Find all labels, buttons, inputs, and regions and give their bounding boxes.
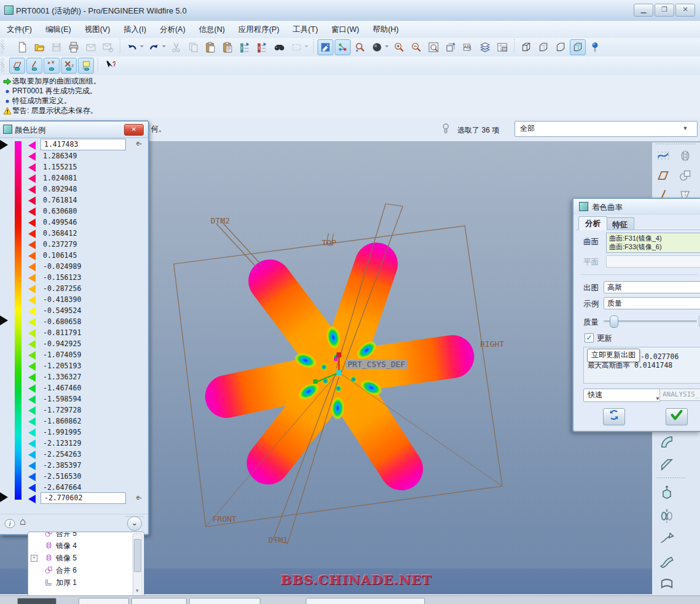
- scale-marker-icon[interactable]: [28, 241, 36, 249]
- scale-marker-icon[interactable]: [28, 340, 36, 349]
- undo-icon[interactable]: [124, 39, 140, 55]
- scale-marker-icon[interactable]: [28, 163, 36, 172]
- scale-marker-icon[interactable]: [28, 174, 36, 183]
- ok-button[interactable]: [666, 408, 688, 425]
- scale-marker-icon[interactable]: [28, 219, 36, 227]
- scale-marker-icon[interactable]: [28, 462, 36, 470]
- cut-icon[interactable]: [168, 39, 184, 55]
- tab-analysis[interactable]: 分析: [578, 216, 607, 230]
- tree-scrollbar[interactable]: ▼: [133, 533, 142, 596]
- close-button[interactable]: ✕: [675, 4, 695, 17]
- scale-marker-icon[interactable]: [28, 318, 36, 327]
- scale-marker-icon[interactable]: [28, 351, 36, 360]
- scale-marker-icon[interactable]: [28, 141, 36, 150]
- sample-field[interactable]: 质量: [604, 297, 700, 309]
- datum-label-front[interactable]: FRONT: [212, 514, 236, 524]
- expand-icon[interactable]: +: [31, 555, 37, 562]
- scale-marker-icon[interactable]: [28, 196, 36, 205]
- tree-item[interactable]: 加厚 1: [28, 576, 144, 589]
- taskbar-box[interactable]: [17, 598, 56, 604]
- drawing-icon[interactable]: [494, 39, 510, 55]
- print-icon[interactable]: [66, 39, 82, 55]
- taskbar-box[interactable]: [306, 598, 425, 604]
- scale-value[interactable]: 1.417483: [41, 139, 126, 150]
- scale-marker-icon[interactable]: [28, 274, 36, 282]
- taskbar-box[interactable]: [79, 598, 129, 604]
- menu-item-9[interactable]: 帮助(H): [366, 21, 405, 38]
- context-help-icon[interactable]: ?: [102, 58, 118, 74]
- scale-marker-icon[interactable]: [28, 439, 36, 448]
- scale-marker-icon[interactable]: [28, 296, 36, 304]
- boundary-tool-icon[interactable]: [658, 574, 675, 591]
- copy-icon[interactable]: [185, 39, 201, 55]
- sweep-tool-icon[interactable]: [658, 528, 675, 546]
- minimize-button[interactable]: ▁: [634, 4, 653, 17]
- collapse-chevron-icon[interactable]: ⌄: [127, 516, 142, 531]
- scale-marker-icon[interactable]: [28, 484, 36, 492]
- new-icon[interactable]: [14, 39, 30, 55]
- layers-icon[interactable]: [477, 39, 493, 55]
- scale-marker-icon[interactable]: [28, 329, 36, 338]
- refit-icon[interactable]: [426, 39, 441, 55]
- edge-arrow-top[interactable]: [0, 140, 8, 150]
- plot-field[interactable]: 高斯: [604, 281, 700, 293]
- surface-item[interactable]: 曲面:F31(镜像_4): [609, 234, 700, 242]
- round-tool-icon[interactable]: [658, 432, 675, 449]
- dialog-titlebar[interactable]: 着色曲率: [574, 199, 700, 215]
- filter-funnel-icon[interactable]: [441, 123, 451, 137]
- scale-marker-icon[interactable]: [28, 207, 36, 216]
- mirror-tool-icon[interactable]: [677, 147, 694, 164]
- datum-annotation-icon[interactable]: [78, 58, 94, 74]
- menu-item-0[interactable]: 文件(F): [0, 21, 39, 38]
- scale-marker-icon[interactable]: [28, 152, 36, 161]
- scale-marker-icon[interactable]: [28, 373, 36, 382]
- scale-marker-icon[interactable]: [28, 395, 36, 404]
- scale-marker-icon[interactable]: [28, 252, 36, 260]
- view-manager-icon[interactable]: AB: [460, 39, 476, 55]
- menu-item-6[interactable]: 应用程序(P): [231, 21, 286, 38]
- datum-point-icon[interactable]: [44, 58, 60, 74]
- save-icon[interactable]: [49, 39, 64, 55]
- quality-slider-handle[interactable]: [610, 316, 618, 328]
- datum-axis-icon[interactable]: [26, 58, 42, 74]
- restore-button[interactable]: ❐: [655, 4, 674, 17]
- close-icon[interactable]: ✕: [124, 124, 144, 136]
- home-icon[interactable]: ⌂: [20, 516, 26, 528]
- reorient-icon[interactable]: [443, 39, 459, 55]
- surface-item[interactable]: 曲面:F33(镜像_6): [609, 242, 700, 251]
- hidden-line-icon[interactable]: [535, 39, 551, 55]
- plane-tool-icon[interactable]: [655, 166, 672, 184]
- menu-item-7[interactable]: 工具(T): [286, 21, 325, 38]
- scale-marker-icon[interactable]: [28, 495, 36, 503]
- taskbar-box[interactable]: [131, 598, 187, 604]
- style-tool-icon[interactable]: [655, 147, 672, 164]
- scale-marker-icon[interactable]: [28, 362, 36, 371]
- spin-center-icon[interactable]: [587, 39, 603, 55]
- scale-marker-icon[interactable]: [28, 263, 36, 271]
- regenerate-auto-icon[interactable]: [254, 39, 270, 55]
- tree-item[interactable]: 合并 6: [28, 564, 144, 576]
- datum-label-prt_csys_def[interactable]: PRT_CSYS_DEF: [346, 360, 407, 369]
- geometry-display-icon[interactable]: [335, 39, 351, 55]
- color-scale-titlebar[interactable]: 颜色比例 ✕: [0, 122, 148, 138]
- extrude-tool-icon[interactable]: [658, 483, 675, 500]
- open-icon[interactable]: [31, 39, 47, 55]
- taskbar-box[interactable]: [189, 598, 260, 604]
- menu-item-2[interactable]: 视图(V): [78, 21, 117, 38]
- datum-label-top[interactable]: TOP: [322, 238, 336, 247]
- menu-item-3[interactable]: 插入(I): [117, 21, 153, 38]
- scale-marker-icon[interactable]: [28, 417, 36, 426]
- scale-marker-icon[interactable]: [28, 384, 36, 393]
- vss-tool-icon[interactable]: [658, 551, 675, 568]
- edge-arrow-bottom[interactable]: [0, 492, 8, 502]
- tree-item[interactable]: +镜像 5: [28, 552, 144, 564]
- chamfer-tool-icon[interactable]: [658, 455, 675, 472]
- selection-filter-dropdown[interactable]: 全部: [515, 121, 698, 137]
- scroll-down-icon[interactable]: ▼: [134, 587, 141, 595]
- mail-icon[interactable]: [83, 39, 99, 55]
- wireframe-icon[interactable]: [518, 39, 534, 55]
- scale-marker-icon[interactable]: [28, 185, 36, 194]
- verify-icon[interactable]: [352, 39, 368, 55]
- tree-item[interactable]: 镜像 4: [28, 540, 144, 552]
- select-box-icon[interactable]: [289, 39, 305, 55]
